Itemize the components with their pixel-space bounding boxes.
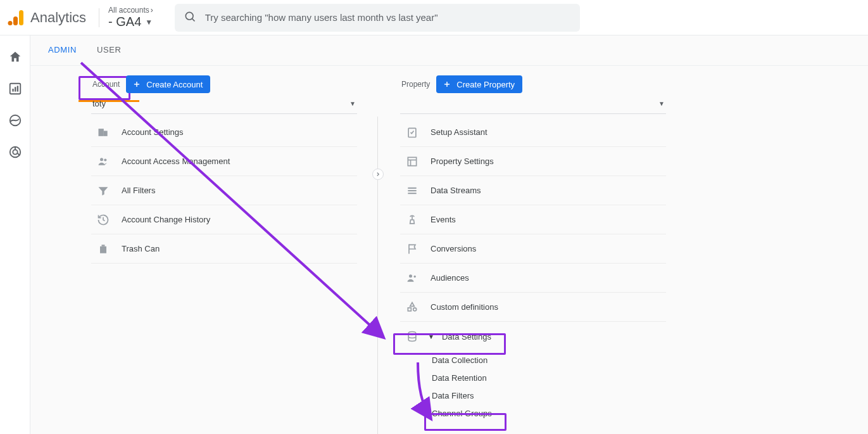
search-bar[interactable] — [175, 4, 580, 32]
events-item[interactable]: Events — [400, 205, 666, 234]
explore-icon[interactable] — [8, 113, 23, 128]
svg-point-29 — [414, 275, 416, 277]
brand-name: Analytics — [30, 10, 86, 26]
dropdown-icon: ▼ — [658, 100, 665, 107]
data-streams-item[interactable]: Data Streams — [400, 176, 666, 205]
svg-point-28 — [409, 274, 412, 278]
data-collection-item[interactable]: Data Collection — [432, 351, 666, 369]
breadcrumb-all-accounts: All accounts — [108, 6, 149, 15]
audience-icon — [405, 271, 419, 285]
caret-down-icon: ▼ — [428, 333, 434, 340]
building-icon — [96, 125, 110, 139]
conversions-item[interactable]: Conversions — [400, 234, 666, 264]
svg-point-3 — [186, 12, 193, 20]
sub-label: Data Retention — [432, 373, 487, 383]
item-label: Conversions — [431, 244, 476, 253]
create-property-label: Create Property — [456, 80, 515, 89]
item-label: Account Settings — [122, 127, 184, 137]
account-access-item[interactable]: Account Access Management — [91, 147, 357, 176]
topbar: Analytics All accounts › - GA4 ▼ — [0, 0, 868, 35]
plus-icon — [131, 79, 142, 90]
property-label: Property — [401, 80, 430, 89]
property-settings-item[interactable]: Property Settings — [400, 147, 666, 176]
item-label: Account Change History — [122, 215, 210, 224]
admin-content: Account Create Account toty ▼ Account Se… — [30, 76, 868, 434]
streams-icon — [405, 184, 419, 198]
filter-icon — [96, 184, 110, 198]
svg-point-16 — [100, 158, 103, 161]
property-selector[interactable]: ▼ — [400, 96, 666, 114]
tab-admin[interactable]: ADMIN — [48, 35, 77, 66]
account-selector[interactable]: toty ▼ — [91, 96, 357, 114]
svg-point-2 — [8, 21, 13, 25]
main: ADMIN USER Account Create Account toty ▼ — [30, 35, 868, 434]
dropdown-icon: ▼ — [349, 100, 356, 107]
database-icon — [405, 329, 419, 343]
people-icon — [96, 155, 110, 169]
flag-icon — [405, 242, 419, 256]
item-label: Events — [431, 215, 456, 224]
divider — [99, 8, 99, 27]
svg-rect-0 — [19, 10, 23, 25]
layout-icon — [405, 155, 419, 169]
item-label: Custom definitions — [431, 302, 498, 312]
account-settings-item[interactable]: Account Settings — [91, 118, 357, 147]
item-label: Setup Assistant — [431, 127, 487, 137]
advertising-icon[interactable] — [8, 144, 23, 160]
breadcrumb-property-name: - GA4 — [108, 15, 141, 29]
history-icon — [96, 213, 110, 227]
left-rail — [0, 35, 30, 434]
item-label: Account Access Management — [122, 156, 230, 166]
item-label: Audiences — [431, 273, 469, 283]
item-label: All Filters — [122, 186, 155, 195]
account-selected: toty — [92, 99, 106, 108]
account-label: Account — [92, 80, 120, 89]
svg-point-32 — [413, 307, 417, 310]
audiences-item[interactable]: Audiences — [400, 264, 666, 293]
data-settings-item[interactable]: ▼ Data Settings — [400, 322, 666, 351]
custom-definitions-item[interactable]: Custom definitions — [400, 293, 666, 322]
svg-point-11 — [13, 150, 17, 154]
breadcrumb-top: All accounts › — [108, 6, 153, 15]
create-account-button[interactable]: Create Account — [126, 75, 210, 93]
tab-user[interactable]: USER — [97, 35, 122, 66]
admin-tabs: ADMIN USER — [30, 35, 868, 66]
search-icon — [184, 10, 196, 25]
svg-rect-7 — [15, 87, 16, 91]
trash-can-item[interactable]: Trash Can — [91, 234, 357, 264]
brand: Analytics — [5, 9, 96, 27]
sub-label: Data Filters — [432, 391, 474, 400]
create-property-button[interactable]: Create Property — [436, 75, 522, 93]
item-label: Data Streams — [431, 186, 481, 195]
svg-point-17 — [104, 158, 106, 161]
data-retention-item[interactable]: Data Retention — [432, 369, 666, 386]
property-menu: Setup Assistant Property Settings Data S… — [400, 118, 666, 422]
account-history-item[interactable]: Account Change History — [91, 205, 357, 234]
plus-icon — [441, 79, 453, 90]
item-label: Property Settings — [431, 156, 494, 166]
item-label: Trash Can — [122, 244, 160, 253]
checklist-icon — [405, 125, 419, 139]
svg-rect-8 — [16, 86, 18, 91]
svg-rect-6 — [12, 89, 13, 92]
all-filters-item[interactable]: All Filters — [91, 176, 357, 205]
analytics-logo-icon — [8, 9, 25, 27]
account-menu: Account Settings Account Access Manageme… — [91, 118, 357, 264]
breadcrumb[interactable]: All accounts › - GA4 ▼ — [102, 6, 160, 29]
svg-marker-30 — [410, 302, 415, 306]
home-icon[interactable] — [8, 49, 23, 65]
setup-assistant-item[interactable]: Setup Assistant — [400, 118, 666, 147]
channel-groups-item[interactable]: Channel Groups — [432, 404, 666, 422]
trash-icon — [96, 242, 110, 256]
svg-line-4 — [192, 19, 195, 22]
svg-rect-1 — [13, 16, 18, 25]
search-input[interactable] — [205, 12, 571, 23]
breadcrumb-bottom[interactable]: - GA4 ▼ — [108, 15, 153, 29]
item-label: Data Settings — [442, 332, 491, 341]
reports-icon[interactable] — [8, 81, 23, 96]
data-filters-item[interactable]: Data Filters — [432, 386, 666, 404]
svg-rect-21 — [408, 157, 416, 165]
svg-rect-31 — [408, 307, 411, 310]
caret-down-icon: ▼ — [145, 18, 153, 27]
svg-rect-15 — [104, 131, 108, 136]
